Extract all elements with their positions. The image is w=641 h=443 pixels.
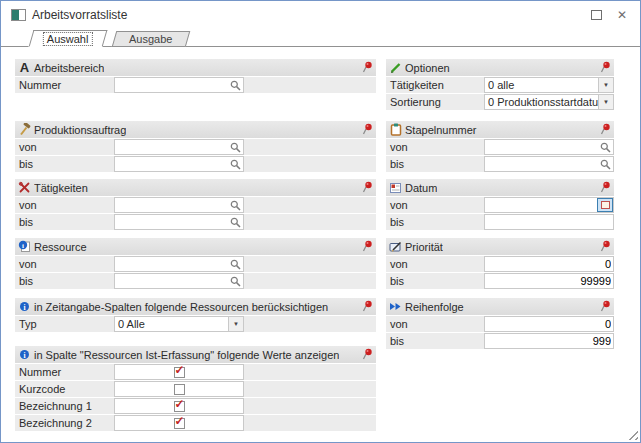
datum-bis-field[interactable] bbox=[484, 214, 614, 230]
ressource-bis-field[interactable] bbox=[114, 273, 244, 289]
von-input[interactable] bbox=[485, 318, 613, 330]
pushpin-icon[interactable] bbox=[362, 61, 373, 74]
stapelnummer-von-field[interactable] bbox=[484, 139, 614, 155]
pushpin-icon[interactable] bbox=[362, 300, 373, 313]
sortierung-dropdown[interactable]: 0 Produktionsstartdatum ▼ bbox=[484, 94, 614, 110]
datum-von-input[interactable] bbox=[485, 199, 597, 211]
pushpin-icon[interactable] bbox=[600, 61, 611, 74]
search-icon[interactable] bbox=[228, 80, 243, 91]
field-label: Tätigkeiten bbox=[386, 77, 484, 93]
field-label: Bezeichnung 1 bbox=[15, 398, 114, 414]
pushpin-icon[interactable] bbox=[600, 181, 611, 194]
dropdown-arrow-glyph: ▼ bbox=[233, 321, 239, 327]
von-input[interactable] bbox=[115, 199, 228, 211]
pushpin-icon[interactable] bbox=[600, 300, 611, 313]
form-row: bis bbox=[15, 273, 376, 289]
form-row: bis bbox=[15, 214, 376, 230]
pushpin-icon[interactable] bbox=[362, 181, 373, 194]
von-input[interactable] bbox=[115, 258, 228, 270]
form-row: bis bbox=[386, 156, 614, 172]
dialog-window: Arbeitsvorratsliste ✕ Auswahl Ausgabe A … bbox=[0, 0, 641, 443]
search-icon[interactable] bbox=[228, 142, 243, 153]
chevron-down-icon[interactable]: ▼ bbox=[598, 78, 613, 92]
pushpin-icon[interactable] bbox=[362, 240, 373, 253]
form-row: von bbox=[15, 256, 376, 272]
search-icon[interactable] bbox=[228, 217, 243, 228]
row-filler bbox=[244, 139, 376, 155]
datum-bis-input[interactable] bbox=[485, 216, 613, 228]
nummer-checkbox-cell: ✓ bbox=[114, 364, 244, 380]
row-filler bbox=[244, 156, 376, 172]
reihenfolge-bis-field[interactable] bbox=[484, 333, 614, 349]
datum-von-field[interactable] bbox=[484, 197, 614, 213]
produktionsauftrag-von-field[interactable] bbox=[114, 139, 244, 155]
section-title: Produktionsauftrag bbox=[34, 124, 126, 136]
form-row: Typ 0 Alle ▼ bbox=[15, 316, 376, 332]
section-header: Datum bbox=[386, 179, 614, 196]
tab-auswahl[interactable]: Auswahl bbox=[29, 30, 108, 47]
letter-a-glyph: A bbox=[20, 60, 29, 75]
nummer-input[interactable] bbox=[115, 79, 228, 91]
search-icon[interactable] bbox=[228, 200, 243, 211]
bis-input[interactable] bbox=[115, 275, 228, 287]
taetigkeiten-von-field[interactable] bbox=[114, 197, 244, 213]
search-icon[interactable] bbox=[228, 159, 243, 170]
produktionsauftrag-bis-field[interactable] bbox=[114, 156, 244, 172]
resize-grip[interactable] bbox=[625, 427, 638, 440]
search-icon[interactable] bbox=[598, 159, 613, 170]
nummer-checkbox[interactable]: ✓ bbox=[174, 367, 185, 378]
pushpin-icon[interactable] bbox=[362, 123, 373, 136]
section-zeitangabe-spalten: i in Zeitangabe-Spalten folgende Ressour… bbox=[15, 298, 376, 332]
section-prioritaet: Priorität von bis bbox=[386, 238, 614, 289]
search-icon[interactable] bbox=[228, 259, 243, 270]
prioritaet-von-field[interactable] bbox=[484, 256, 614, 272]
close-button[interactable]: ✕ bbox=[612, 6, 632, 23]
search-icon[interactable] bbox=[228, 276, 243, 287]
dropdown-arrow-glyph: ▼ bbox=[603, 99, 609, 105]
bis-input[interactable] bbox=[485, 275, 613, 287]
bis-input[interactable] bbox=[115, 216, 228, 228]
arbeitsbereich-nummer-field[interactable] bbox=[114, 77, 244, 93]
prioritaet-bis-field[interactable] bbox=[484, 273, 614, 289]
bis-input[interactable] bbox=[485, 335, 613, 347]
chevron-down-icon[interactable]: ▼ bbox=[228, 317, 243, 331]
reihenfolge-von-field[interactable] bbox=[484, 316, 614, 332]
pushpin-icon[interactable] bbox=[600, 123, 611, 136]
row-filler bbox=[244, 381, 376, 397]
checkmark-icon: ✓ bbox=[175, 398, 185, 410]
row-filler bbox=[244, 77, 376, 93]
tab-ausgabe[interactable]: Ausgabe bbox=[112, 31, 191, 47]
info-icon: i bbox=[17, 300, 32, 313]
search-icon[interactable] bbox=[598, 142, 613, 153]
chevron-down-icon[interactable]: ▼ bbox=[598, 95, 613, 109]
tab-label: Auswahl bbox=[44, 33, 92, 45]
pushpin-icon[interactable] bbox=[362, 348, 373, 361]
bis-input[interactable] bbox=[115, 158, 228, 170]
von-input[interactable] bbox=[115, 141, 228, 153]
field-label: von bbox=[386, 139, 484, 155]
date-picker-button[interactable] bbox=[597, 198, 613, 212]
svg-text:i: i bbox=[23, 350, 25, 359]
taetigkeiten-dropdown[interactable]: 0 alle ▼ bbox=[484, 77, 614, 93]
row-filler bbox=[244, 398, 376, 414]
von-input[interactable] bbox=[485, 258, 613, 270]
bezeichnung1-checkbox[interactable]: ✓ bbox=[174, 401, 185, 412]
kurzcode-checkbox-cell bbox=[114, 381, 244, 397]
pushpin-icon[interactable] bbox=[600, 240, 611, 253]
kurzcode-checkbox[interactable] bbox=[174, 384, 185, 395]
field-label: von bbox=[386, 197, 484, 213]
svg-text:i: i bbox=[23, 302, 25, 311]
bis-input[interactable] bbox=[485, 158, 598, 170]
taetigkeiten-bis-field[interactable] bbox=[114, 214, 244, 230]
typ-dropdown[interactable]: 0 Alle ▼ bbox=[114, 316, 244, 332]
section-header: Produktionsauftrag bbox=[15, 121, 376, 138]
von-input[interactable] bbox=[485, 141, 598, 153]
form-row: von bbox=[15, 197, 376, 213]
stapelnummer-bis-field[interactable] bbox=[484, 156, 614, 172]
maximize-button[interactable] bbox=[586, 6, 606, 23]
ressource-von-field[interactable] bbox=[114, 256, 244, 272]
section-header: i in Zeitangabe-Spalten folgende Ressour… bbox=[15, 298, 376, 315]
section-title: in Spalte "Ressourcen Ist-Erfassung" fol… bbox=[34, 349, 339, 361]
bezeichnung2-checkbox[interactable]: ✓ bbox=[174, 418, 185, 429]
notebook-pencil-icon bbox=[388, 240, 403, 253]
